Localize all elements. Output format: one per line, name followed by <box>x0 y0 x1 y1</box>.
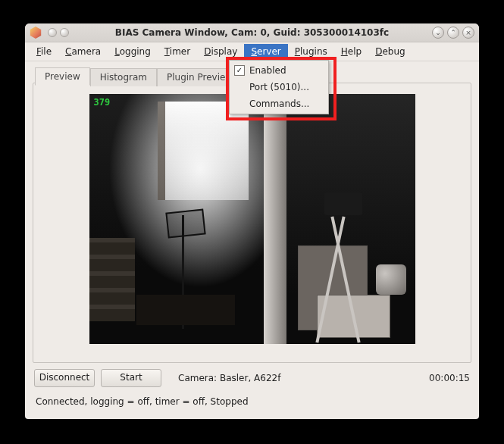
tabs-area: Preview Histogram Plugin Preview <box>25 77 479 363</box>
start-button[interactable]: Start <box>101 369 161 387</box>
tab-label: Plugin Preview <box>167 72 233 83</box>
camera-preview: 379 <box>89 94 415 344</box>
tab-histogram[interactable]: Histogram <box>90 68 157 86</box>
tab-preview[interactable]: Preview <box>35 67 90 86</box>
preview-pane: 379 <box>33 83 471 355</box>
tab-strip: Preview Histogram Plugin Preview <box>35 67 243 86</box>
close-button[interactable]: × <box>462 27 474 39</box>
menu-label: amera <box>71 46 101 57</box>
camera-label: Camera: Basler, A622f <box>178 373 280 383</box>
app-window: BIAS Camera Window, Cam: 0, Guid: 305300… <box>25 23 479 419</box>
server-enabled-item[interactable]: ✓ Enabled <box>230 62 328 79</box>
preview-image <box>376 264 406 295</box>
menu-logging[interactable]: Logging <box>108 44 158 59</box>
elapsed-time: 00:00:15 <box>429 373 470 383</box>
frame-counter: 379 <box>94 97 111 108</box>
maximize-button[interactable]: ⌃ <box>447 27 459 39</box>
preview-image <box>89 238 135 321</box>
menu-plugins[interactable]: Plugins <box>288 44 334 59</box>
menu-help[interactable]: Help <box>334 44 368 59</box>
titlebar: BIAS Camera Window, Cam: 0, Guid: 305300… <box>25 23 479 42</box>
server-dropdown: ✓ Enabled Port (5010)... Commands... <box>229 60 329 114</box>
preview-image <box>158 102 249 200</box>
minimize-button[interactable]: ⌄ <box>432 27 444 39</box>
menu-label: isplay <box>211 46 237 57</box>
tab-label: Preview <box>45 71 80 82</box>
button-label: Start <box>120 372 142 383</box>
app-icon <box>30 27 42 39</box>
checkbox-icon: ✓ <box>234 65 245 76</box>
menu-timer[interactable]: Timer <box>158 44 197 59</box>
preview-image <box>264 94 286 344</box>
menu-file[interactable]: File <box>30 44 58 59</box>
status-bar: Connected, logging = off, timer = off, S… <box>25 389 479 416</box>
dropdown-label: Enabled <box>249 65 286 76</box>
server-port-item[interactable]: Port (5010)... <box>230 79 328 95</box>
titlebar-dot <box>60 28 69 37</box>
menu-display[interactable]: Display <box>197 44 244 59</box>
dropdown-label: Commands... <box>249 98 309 109</box>
menu-label: ile <box>41 46 52 57</box>
button-label: Disconnect <box>39 372 90 383</box>
window-title: BIAS Camera Window, Cam: 0, Guid: 305300… <box>25 27 479 38</box>
preview-image <box>136 295 235 325</box>
dropdown-label: Port (5010)... <box>249 82 309 92</box>
preview-image <box>317 295 390 338</box>
disconnect-button[interactable]: Disconnect <box>34 369 95 387</box>
menu-server[interactable]: Server <box>244 44 287 59</box>
menu-label: erver <box>257 46 281 57</box>
controls-bar: Disconnect Start Camera: Basler, A622f 0… <box>25 363 479 389</box>
menu-label: lugins <box>300 46 327 57</box>
menu-camera[interactable]: Camera <box>58 44 108 59</box>
server-commands-item[interactable]: Commands... <box>230 95 328 112</box>
titlebar-dot <box>48 28 57 37</box>
menubar: File Camera Logging Timer Display Server… <box>25 42 479 61</box>
tab-label: Histogram <box>100 72 147 83</box>
menu-label: elp <box>348 46 362 57</box>
tab-frame: Preview Histogram Plugin Preview <box>33 83 471 363</box>
menu-label: imer <box>170 46 190 57</box>
menu-label: ebug <box>382 46 405 57</box>
menu-label: ogging <box>120 46 151 57</box>
menu-debug[interactable]: Debug <box>368 44 412 59</box>
